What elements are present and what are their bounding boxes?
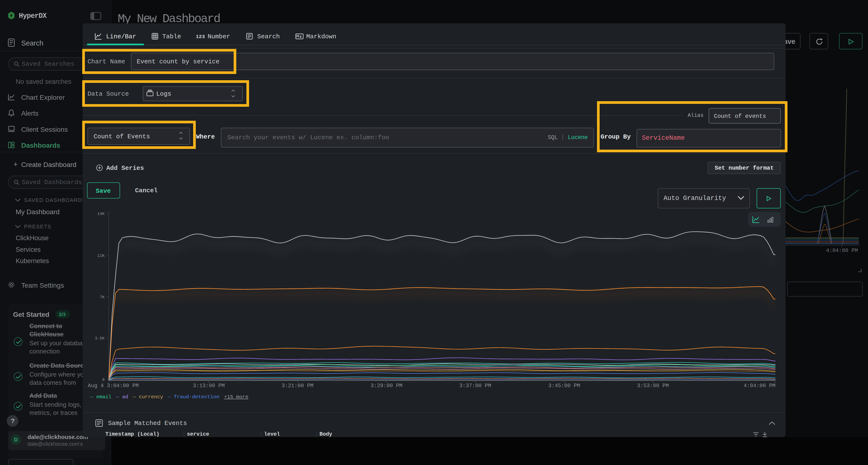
svg-text:4:04:00 PM: 4:04:00 PM xyxy=(744,383,775,389)
svg-text:14K: 14K xyxy=(97,211,105,216)
svg-text:3:21:00 PM: 3:21:00 PM xyxy=(282,383,313,389)
svg-text:3:13:00 PM: 3:13:00 PM xyxy=(193,383,225,389)
svg-text:3.5K: 3.5K xyxy=(95,336,105,341)
svg-text:3:45:00 PM: 3:45:00 PM xyxy=(548,383,580,389)
svg-text:3:29:00 PM: 3:29:00 PM xyxy=(371,383,402,389)
svg-text:3:53:00 PM: 3:53:00 PM xyxy=(637,383,669,389)
svg-text:0: 0 xyxy=(102,377,105,382)
svg-text:7K: 7K xyxy=(100,295,105,299)
svg-text:3:37:00 PM: 3:37:00 PM xyxy=(459,383,491,389)
svg-text:Aug 4 3:04:00 PM: Aug 4 3:04:00 PM xyxy=(88,383,138,389)
svg-text:11K: 11K xyxy=(97,254,105,258)
